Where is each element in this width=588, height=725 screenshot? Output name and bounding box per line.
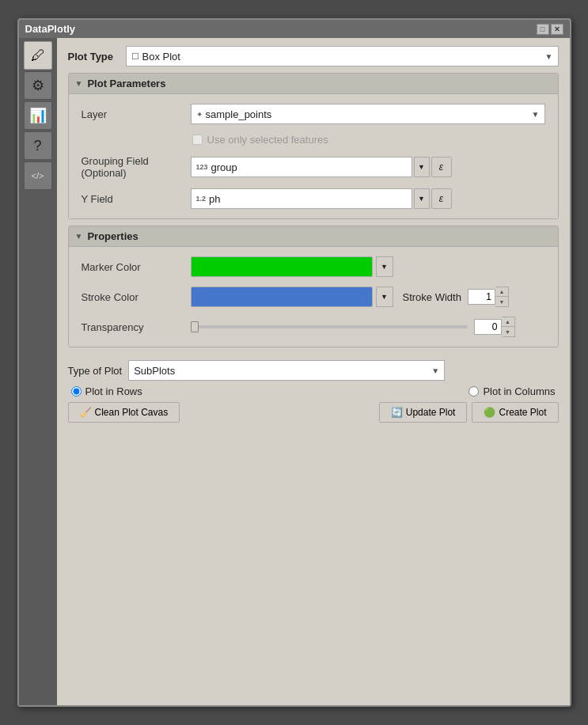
type-of-plot-select[interactable]: SubPlots ▼ xyxy=(128,360,445,381)
radio-row: Plot in Rows Plot in Columns xyxy=(68,385,559,397)
plot-in-rows-option: Plot in Rows xyxy=(71,385,142,397)
stroke-width-down[interactable]: ▼ xyxy=(495,297,508,306)
plot-type-row: Plot Type ☐ Box Plot ▼ xyxy=(68,46,559,66)
transparency-arrows: ▲ ▼ xyxy=(502,317,515,337)
update-plot-button[interactable]: 🔄 Update Plot xyxy=(379,402,468,423)
use-selected-label: Use only selected features xyxy=(207,134,328,146)
plot-icon: 🖊 xyxy=(31,47,45,64)
marker-color-row: Marker Color ▼ xyxy=(82,256,545,277)
grouping-field-type-icon: 123 xyxy=(196,163,208,171)
grouping-field-wrapper: 123 group ▼ ε xyxy=(191,157,452,177)
transparency-input[interactable] xyxy=(474,319,502,335)
layer-label: Layer xyxy=(82,108,184,120)
plot-parameters-title: Plot Parameters xyxy=(87,78,165,89)
main-content: 🖊 ⚙ 📊 ? </> Plot Type ☐ Box Plot xyxy=(19,38,570,705)
clean-plot-button[interactable]: 🧹 Clean Plot Cavas xyxy=(68,402,180,423)
transparency-row: Transparency ▲ ▼ xyxy=(82,317,545,337)
titlebar-buttons: □ ✕ xyxy=(537,24,563,35)
grouping-field-label: Grouping Field (Optional) xyxy=(82,155,184,179)
plot-parameters-panel: ▼ Plot Parameters Layer ✦ sample_points … xyxy=(68,73,559,219)
sidebar-item-help[interactable]: ? xyxy=(24,131,52,160)
use-selected-checkbox[interactable] xyxy=(192,135,203,145)
y-field-dropdown-btn[interactable]: ▼ xyxy=(414,188,430,209)
create-label: Create Plot xyxy=(499,407,546,418)
gear-icon: ⚙ xyxy=(32,77,44,94)
plot-type-select[interactable]: ☐ Box Plot ▼ xyxy=(126,46,559,66)
stroke-width-arrows: ▲ ▼ xyxy=(495,287,509,307)
sidebar-item-plot[interactable]: 🖊 xyxy=(24,41,52,70)
properties-arrow: ▼ xyxy=(75,232,83,241)
layer-dropdown-arrow: ▼ xyxy=(532,110,540,119)
transparency-up[interactable]: ▲ xyxy=(502,317,514,327)
plot-in-rows-radio[interactable] xyxy=(71,386,82,397)
y-field-wrapper: 1.2 ph ▼ ε xyxy=(191,188,452,209)
plot-in-columns-radio[interactable] xyxy=(469,386,479,397)
update-icon: 🔄 xyxy=(391,407,403,418)
action-buttons-row: 🧹 Clean Plot Cavas 🔄 Update Plot 🟢 Creat… xyxy=(68,402,559,423)
sidebar: 🖊 ⚙ 📊 ? </> xyxy=(19,38,57,705)
transparency-slider[interactable] xyxy=(191,325,468,328)
y-field-row: Y Field 1.2 ph ▼ ε xyxy=(82,188,545,209)
y-field-value: ph xyxy=(209,193,406,205)
plot-parameters-body: Layer ✦ sample_points ▼ Use only selecte… xyxy=(69,94,558,218)
marker-color-swatch[interactable] xyxy=(191,256,373,277)
type-of-plot-row: Type of Plot SubPlots ▼ xyxy=(68,360,559,381)
stroke-color-swatch[interactable] xyxy=(191,287,373,307)
plot-type-label: Plot Type xyxy=(68,51,119,63)
grouping-dropdown-arrow-icon: ▼ xyxy=(418,163,425,171)
plot-parameters-arrow: ▼ xyxy=(75,79,83,88)
window-title: DataPlotly xyxy=(25,23,76,35)
clean-icon: 🧹 xyxy=(80,407,92,418)
properties-panel: ▼ Properties Marker Color ▼ xyxy=(68,226,559,347)
type-of-plot-dropdown-arrow: ▼ xyxy=(431,366,439,375)
sidebar-item-chart[interactable]: 📊 xyxy=(24,101,52,130)
layer-select[interactable]: ✦ sample_points ▼ xyxy=(191,104,545,124)
plot-in-columns-option: Plot in Columns xyxy=(469,385,555,397)
y-field-dropdown-arrow-icon: ▼ xyxy=(418,195,425,203)
properties-header[interactable]: ▼ Properties xyxy=(69,226,558,247)
layer-row: Layer ✦ sample_points ▼ xyxy=(82,104,545,124)
stroke-width-label: Stroke Width xyxy=(403,291,461,303)
grouping-field-expr-btn[interactable]: ε xyxy=(431,157,452,177)
grouping-field-dropdown-btn[interactable]: ▼ xyxy=(414,157,430,177)
close-button[interactable]: ✕ xyxy=(551,24,563,35)
marker-color-dropdown-icon: ▼ xyxy=(381,263,388,271)
stroke-color-label: Stroke Color xyxy=(82,291,184,303)
layer-value: sample_points xyxy=(206,108,529,120)
titlebar: DataPlotly □ ✕ xyxy=(19,20,570,38)
transparency-label: Transparency xyxy=(82,321,184,333)
marker-color-dropdown-btn[interactable]: ▼ xyxy=(376,256,393,277)
update-label: Update Plot xyxy=(406,407,456,418)
transparency-spinbox: ▲ ▼ xyxy=(474,317,515,337)
sidebar-item-settings[interactable]: ⚙ xyxy=(24,71,52,100)
y-field-label: Y Field xyxy=(82,193,184,205)
layer-icon: ✦ xyxy=(196,110,203,119)
clean-label: Clean Plot Cavas xyxy=(95,407,169,418)
y-field-select[interactable]: 1.2 ph xyxy=(191,188,412,209)
create-plot-button[interactable]: 🟢 Create Plot xyxy=(472,402,558,423)
plot-in-columns-label: Plot in Columns xyxy=(483,385,555,397)
plot-type-box-icon: ☐ xyxy=(131,51,139,62)
grouping-field-select[interactable]: 123 group xyxy=(191,157,412,177)
stroke-width-spinbox: ▲ ▼ xyxy=(468,287,509,307)
properties-body: Marker Color ▼ Stroke Color xyxy=(69,247,558,347)
grouping-field-row: Grouping Field (Optional) 123 group ▼ ε xyxy=(82,155,545,179)
properties-title: Properties xyxy=(87,230,138,242)
y-epsilon-icon: ε xyxy=(439,193,443,204)
plot-parameters-header[interactable]: ▼ Plot Parameters xyxy=(69,74,558,94)
restore-button[interactable]: □ xyxy=(537,24,549,35)
stroke-color-dropdown-btn[interactable]: ▼ xyxy=(376,287,393,307)
sidebar-item-code[interactable]: </> xyxy=(24,161,52,190)
stroke-width-input[interactable] xyxy=(468,289,495,305)
grouping-epsilon-icon: ε xyxy=(439,161,443,173)
stroke-width-up[interactable]: ▲ xyxy=(495,287,508,297)
content-area: Plot Type ☐ Box Plot ▼ ▼ Plot Parameters… xyxy=(57,38,570,705)
main-window: DataPlotly □ ✕ 🖊 ⚙ 📊 ? </> xyxy=(17,18,571,707)
y-field-expr-btn[interactable]: ε xyxy=(431,188,452,209)
bottom-controls: Type of Plot SubPlots ▼ Plot in Rows Plo… xyxy=(68,357,559,423)
chart-icon: 📊 xyxy=(29,107,47,124)
use-selected-row: Use only selected features xyxy=(82,134,545,146)
plot-in-rows-label: Plot in Rows xyxy=(85,385,142,397)
marker-color-picker-row: ▼ xyxy=(191,256,393,277)
transparency-down[interactable]: ▼ xyxy=(502,327,514,336)
